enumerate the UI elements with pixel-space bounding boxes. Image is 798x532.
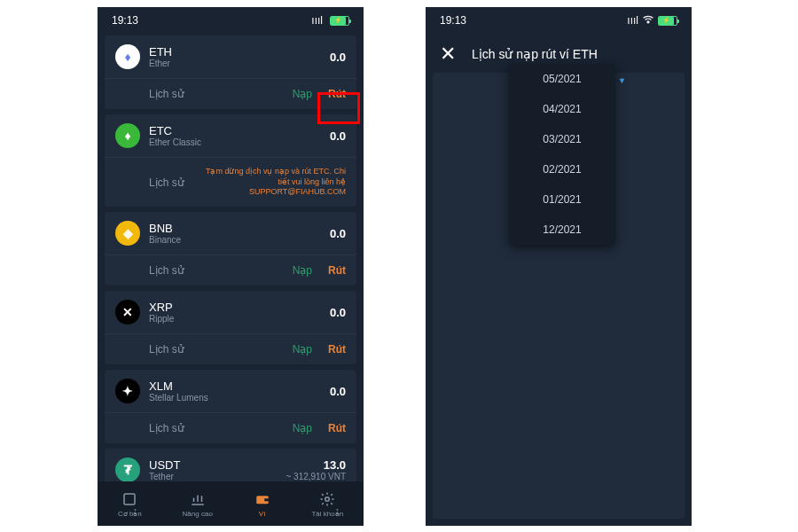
deposit-button[interactable]: Nạp <box>293 88 312 100</box>
wallet-icon <box>254 490 271 508</box>
month-option[interactable]: 04/2021 <box>509 94 615 124</box>
history-link[interactable]: Lịch sử <box>149 343 184 356</box>
wallet-header[interactable]: ♦ ETH Ether 0.0 <box>105 35 356 78</box>
status-indicators: ıııl ⚡ <box>627 14 677 27</box>
month-dropdown[interactable]: ▼ 05/2021 04/2021 03/2021 02/2021 01/202… <box>509 64 615 245</box>
wallet-header[interactable]: ◈ BNB Binance 0.0 <box>105 212 356 254</box>
coin-name: Ether Classic <box>149 137 330 147</box>
history-screen: 19:13 ıııl ⚡ ✕ Lịch sử nạp rút ví ETH ▼ … <box>426 7 692 526</box>
chart-icon <box>189 490 207 508</box>
signal-icon: ıııl <box>311 14 323 27</box>
coin-name: Binance <box>149 235 330 245</box>
nav-advanced[interactable]: Nâng cao <box>183 490 213 518</box>
xlm-icon: ✦ <box>115 379 140 403</box>
coin-name: Tether <box>149 472 286 481</box>
close-icon[interactable]: ✕ <box>440 43 456 66</box>
bnb-icon: ◈ <box>115 221 140 246</box>
history-link[interactable]: Lịch sử <box>149 422 184 434</box>
month-option[interactable]: 02/2021 <box>509 154 615 184</box>
history-link[interactable]: Lịch sử <box>149 88 184 100</box>
status-bar: 19:13 ıııl ⚡ <box>98 7 364 30</box>
coin-symbol: ETH <box>149 45 330 59</box>
wallet-header[interactable]: ✕ XRP Ripple 0.0 <box>105 291 356 333</box>
coin-converted: ~ 312,910 VNT <box>286 472 346 481</box>
bottom-nav: Cơ bản Nâng cao Ví Tài khoản <box>98 481 364 526</box>
status-bar: 19:13 ıııl ⚡ <box>426 7 692 30</box>
wallet-header[interactable]: ✦ XLM Stellar Lumens 0.0 <box>105 370 356 412</box>
svg-rect-0 <box>124 494 135 505</box>
withdraw-button[interactable]: Rút <box>328 264 346 277</box>
wallet-screen: 19:13 ıııl ⚡ ♦ ETH Ether 0.0 Lịch sử Nạp… <box>98 7 364 526</box>
deposit-button[interactable]: Nạp <box>293 343 312 356</box>
wallet-card-xrp: ✕ XRP Ripple 0.0 Lịch sử Nạp Rút <box>105 291 356 364</box>
deposit-button[interactable]: Nạp <box>293 264 312 277</box>
battery-icon: ⚡ <box>330 16 349 26</box>
coin-amount: 0.0 <box>330 306 346 319</box>
deposit-button[interactable]: Nạp <box>293 422 312 434</box>
page-title: Lịch sử nạp rút ví ETH <box>472 47 598 61</box>
wallet-header[interactable]: ₮ USDT Tether 13.0 ~ 312,910 VNT <box>105 449 356 482</box>
gear-icon <box>318 490 336 508</box>
status-indicators: ıııl ⚡ <box>311 14 349 27</box>
signal-icon: ıııl <box>627 14 638 27</box>
coin-name: Stellar Lumens <box>149 393 330 403</box>
wallet-card-bnb: ◈ BNB Binance 0.0 Lịch sử Nạp Rút <box>105 212 356 286</box>
month-option[interactable]: 03/2021 <box>509 124 615 154</box>
nav-wallet[interactable]: Ví <box>254 490 271 518</box>
coin-symbol: ETC <box>149 124 330 137</box>
withdraw-button[interactable]: Rút <box>328 422 346 434</box>
wifi-icon <box>642 14 654 27</box>
coin-amount: 0.0 <box>330 51 346 64</box>
svg-rect-2 <box>264 498 269 501</box>
coin-name: Ripple <box>149 314 330 324</box>
coin-symbol: USDT <box>149 458 286 472</box>
coin-symbol: XLM <box>149 379 330 393</box>
nav-basic[interactable]: Cơ bản <box>118 490 142 518</box>
svg-point-3 <box>325 497 330 501</box>
withdraw-button[interactable]: Rút <box>328 343 346 356</box>
month-option[interactable]: 01/2021 <box>509 184 615 215</box>
caret-down-icon: ▼ <box>618 76 626 85</box>
history-link[interactable]: Lịch sử <box>149 264 184 277</box>
coin-amount: 0.0 <box>330 227 346 240</box>
coin-amount: 0.0 <box>330 385 346 398</box>
stack-icon <box>121 490 138 508</box>
status-time: 19:13 <box>112 14 138 27</box>
month-option[interactable]: 12/2021 <box>509 215 615 245</box>
wallet-card-usdt: ₮ USDT Tether 13.0 ~ 312,910 VNT <box>105 449 356 482</box>
etc-icon: ♦ <box>115 123 140 148</box>
xrp-icon: ✕ <box>115 300 140 325</box>
suspended-notice: Tạm dừng dịch vụ nạp và rút ETC. Chi tiế… <box>193 167 346 198</box>
wallet-card-xlm: ✦ XLM Stellar Lumens 0.0 Lịch sử Nạp Rút <box>105 370 356 443</box>
status-time: 19:13 <box>440 14 466 27</box>
history-link[interactable]: Lịch sử <box>149 176 184 189</box>
month-option[interactable]: 05/2021 <box>509 64 615 94</box>
coin-name: Ether <box>149 59 330 68</box>
coin-amount: 13.0 <box>286 458 346 472</box>
eth-icon: ♦ <box>115 44 140 69</box>
tutorial-highlight <box>317 92 360 124</box>
battery-icon: ⚡ <box>658 16 677 26</box>
coin-symbol: BNB <box>149 222 330 235</box>
usdt-icon: ₮ <box>115 458 140 482</box>
wallet-card-etc: ♦ ETC Ether Classic 0.0 Lịch sử Tạm dừng… <box>105 114 356 207</box>
coin-amount: 0.0 <box>330 129 346 143</box>
coin-symbol: XRP <box>149 301 330 314</box>
nav-account[interactable]: Tài khoản <box>311 490 343 518</box>
